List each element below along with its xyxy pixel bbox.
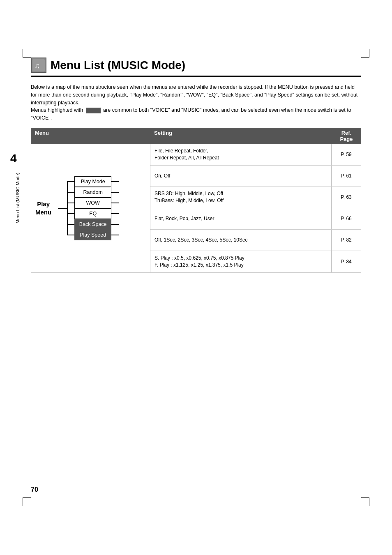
- setting-text-eq: Flat, Rock, Pop, Jazz, User: [150, 213, 331, 225]
- setting-row-play-speed: S. Play : x0.5, x0.625, x0.75, x0.875 Pl…: [150, 251, 361, 272]
- corner-mark-tr: [361, 49, 369, 58]
- setting-row-eq: Flat, Rock, Pop, Jazz, User P. 66: [150, 208, 361, 230]
- setting-text-play-speed: S. Play : x0.5, x0.625, x0.75, x0.875 Pl…: [150, 252, 331, 271]
- setting-text-random: On, Off: [150, 170, 331, 182]
- menu-box-back-space: Back Space: [74, 219, 111, 230]
- menu-box-wow: WOW: [74, 198, 111, 208]
- setting-page-random: P. 61: [331, 166, 361, 187]
- corner-mark-tl: [23, 49, 31, 58]
- diagram-body: PlayMenu Play Mode: [31, 144, 361, 273]
- settings-side: File, File Repeat, Folder,Folder Repeat,…: [150, 144, 361, 272]
- page-number: 70: [31, 486, 38, 493]
- sidebar-label: Menu List (MUSIC Mode): [15, 173, 20, 223]
- menu-item-wow: WOW: [58, 198, 146, 208]
- header-refpage: Ref. Page: [332, 128, 361, 144]
- diagram-container: Menu Setting Ref. Page PlayMenu: [31, 128, 361, 273]
- setting-row-back-space: Off, 1Sec, 2Sec, 3Sec, 4Sec, 5Sec, 10Sec…: [150, 230, 361, 251]
- header-menu: Menu: [31, 128, 150, 144]
- highlight-box: [86, 108, 101, 113]
- menu-box-eq: EQ: [74, 208, 111, 219]
- setting-text-wow: SRS 3D: High, Middle, Low, OffTruBass: H…: [150, 188, 331, 207]
- menu-box-random: Random: [74, 187, 111, 198]
- description: Below is a map of the menu structure see…: [31, 83, 361, 122]
- menu-tree: PlayMenu Play Mode: [31, 144, 150, 272]
- setting-page-eq: P. 66: [331, 208, 361, 229]
- setting-row-random: On, Off P. 61: [150, 166, 361, 187]
- svg-text:♫: ♫: [35, 62, 40, 70]
- table-header: Menu Setting Ref. Page: [31, 128, 361, 144]
- page-title: Menu List (MUSIC Mode): [51, 59, 185, 72]
- menu-item-random: Random: [58, 187, 146, 198]
- setting-page-back-space: P. 82: [331, 230, 361, 251]
- music-icon: ♫: [31, 58, 46, 73]
- menu-item-back-space: Back Space: [58, 219, 146, 230]
- corner-mark-br: [361, 497, 369, 506]
- setting-row-play-mode: File, File Repeat, Folder,Folder Repeat,…: [150, 144, 361, 166]
- setting-page-play-speed: P. 84: [331, 251, 361, 272]
- setting-page-wow: P. 63: [331, 187, 361, 208]
- title-section: ♫ Menu List (MUSIC Mode): [31, 58, 361, 77]
- menu-item-play-speed: Play Speed: [58, 230, 146, 240]
- header-setting: Setting: [150, 128, 332, 144]
- chapter-number: 4: [10, 152, 17, 165]
- corner-mark-bl: [23, 497, 31, 506]
- setting-page-play-mode: P. 59: [331, 144, 361, 165]
- description-line5: Menus highlighted with: [31, 107, 85, 113]
- setting-text-back-space: Off, 1Sec, 2Sec, 3Sec, 4Sec, 5Sec, 10Sec: [150, 234, 331, 246]
- menu-item-eq: EQ: [58, 208, 146, 219]
- setting-row-wow: SRS 3D: High, Middle, Low, OffTruBass: H…: [150, 187, 361, 208]
- play-menu-label: PlayMenu: [35, 200, 51, 216]
- menu-box-play-mode: Play Mode: [74, 176, 111, 187]
- menu-box-play-speed: Play Speed: [74, 230, 111, 240]
- menu-item-play-mode: Play Mode: [58, 176, 146, 187]
- setting-text-play-mode: File, File Repeat, Folder,Folder Repeat,…: [150, 145, 331, 164]
